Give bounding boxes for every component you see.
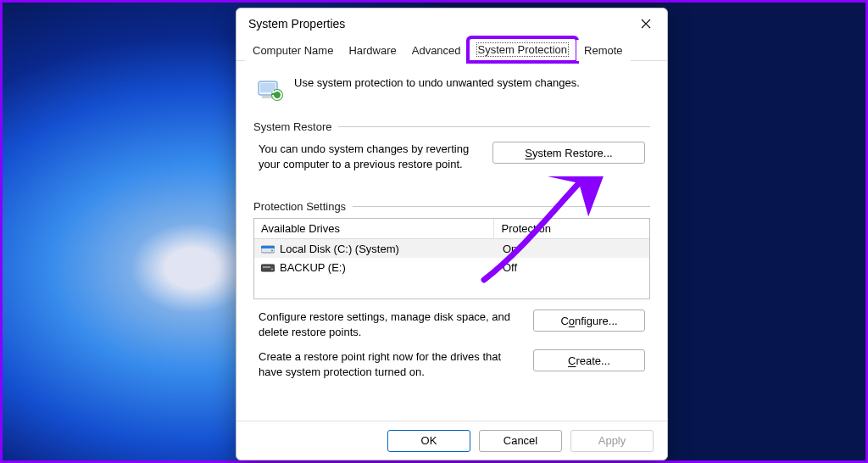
- tab-hardware[interactable]: Hardware: [341, 40, 403, 61]
- create-button[interactable]: Create...: [533, 349, 645, 371]
- create-text: Create a restore point right now for the…: [259, 349, 518, 379]
- table-row[interactable]: BACKUP (E:) Off: [254, 258, 649, 276]
- cancel-button[interactable]: Cancel: [479, 430, 562, 452]
- system-restore-button[interactable]: System Restore...: [492, 142, 645, 164]
- svg-rect-8: [263, 266, 270, 268]
- ok-button[interactable]: OK: [387, 430, 470, 452]
- close-button[interactable]: [628, 11, 664, 36]
- system-drive-icon: [261, 243, 275, 254]
- drive-name: Local Disk (C:) (System): [280, 243, 399, 255]
- close-icon: [641, 19, 651, 29]
- intro-row: Use system protection to undo unwanted s…: [253, 71, 650, 117]
- dialog-footer: OK Cancel Apply: [236, 421, 667, 460]
- tab-computer-name[interactable]: Computer Name: [245, 40, 341, 61]
- configure-row: Configure restore settings, manage disk …: [253, 299, 650, 339]
- window-title: System Properties: [248, 17, 628, 31]
- tab-system-protection[interactable]: System Protection: [469, 38, 577, 61]
- table-row[interactable]: Local Disk (C:) (System) On: [254, 239, 649, 258]
- drive-protection: Off: [496, 261, 649, 274]
- system-properties-window: System Properties Computer Name Hardware…: [236, 8, 668, 460]
- restore-description: You can undo system changes by reverting…: [259, 142, 477, 171]
- configure-button[interactable]: Configure...: [533, 310, 645, 332]
- section-system-restore: System Restore: [253, 120, 650, 133]
- desktop-background: System Properties Computer Name Hardware…: [0, 0, 868, 463]
- tab-content: Use system protection to undo unwanted s…: [236, 61, 667, 421]
- svg-point-6: [271, 250, 273, 252]
- title-bar: System Properties: [236, 8, 667, 39]
- system-restore-row: You can undo system changes by reverting…: [253, 133, 650, 175]
- table-header: Available Drives Protection: [254, 219, 649, 239]
- section-protection-settings: Protection Settings: [253, 200, 650, 213]
- svg-point-9: [271, 269, 273, 271]
- tab-remote[interactable]: Remote: [576, 40, 631, 61]
- apply-button[interactable]: Apply: [570, 430, 654, 452]
- col-available-drives[interactable]: Available Drives: [254, 219, 494, 238]
- drive-protection: On: [496, 243, 649, 255]
- system-protection-icon: [255, 76, 284, 105]
- tab-bar: Computer Name Hardware Advanced System P…: [236, 39, 667, 61]
- drives-table: Available Drives Protection Local Disk (…: [253, 218, 650, 299]
- configure-text: Configure restore settings, manage disk …: [259, 310, 518, 339]
- drive-icon: [261, 262, 275, 272]
- create-row: Create a restore point right now for the…: [253, 339, 650, 379]
- intro-text: Use system protection to undo unwanted s…: [294, 76, 580, 89]
- drive-name: BACKUP (E:): [280, 261, 346, 274]
- table-empty-space: [254, 276, 649, 298]
- tab-advanced[interactable]: Advanced: [404, 40, 469, 61]
- svg-rect-5: [261, 246, 275, 248]
- col-protection[interactable]: Protection: [494, 219, 649, 238]
